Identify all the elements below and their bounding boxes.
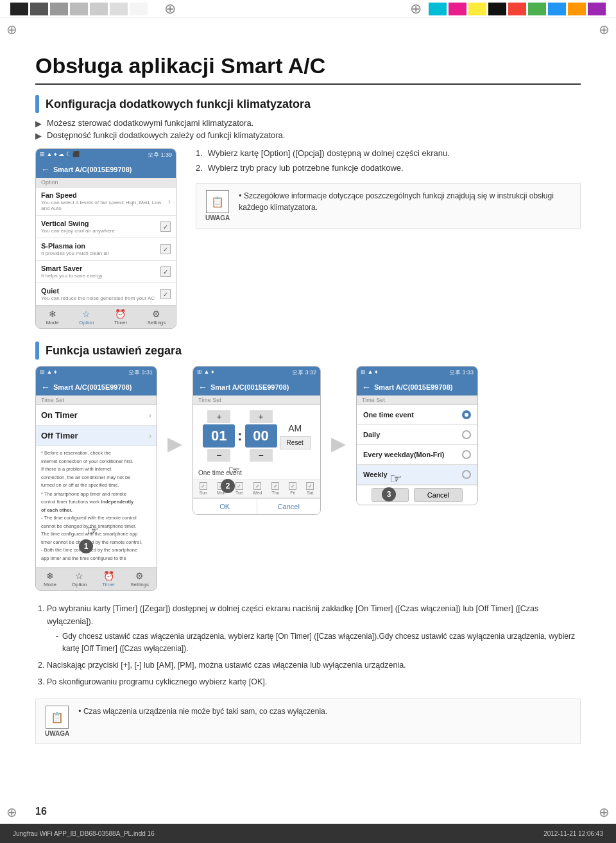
bottom-mode-label: Mode [46,320,59,326]
back-arrow-icon[interactable]: ← [41,164,50,175]
ampm-value[interactable]: AM [288,423,302,433]
color-swatch-white [130,3,148,15]
phone-item-ss-desc: It helps you to save energy [41,273,160,279]
phone-item-quiet[interactable]: Quiet You can reduce the noise generated… [36,283,176,306]
section1-heading: Konfiguracja dodatkowych funkcji klimaty… [35,95,581,113]
instruction-1-text: Po wybraniu karty [Timer] ([Zegar]) dost… [47,604,538,626]
day-fri[interactable]: ✓ Fri [289,482,296,495]
timer-statusbar: ⊞ ▲ ♦ 오후 3:31 [36,367,157,379]
phone-item-vs-content: Vertical Swing You can enjoy cool air an… [41,220,160,234]
phone-item-q-desc: You can reduce the noise generated from … [41,295,160,301]
day-sat[interactable]: ✓ Sat [306,482,314,495]
phone-item-fanspeed[interactable]: Fan Speed You can select 4 levels of fan… [36,187,176,216]
timer-bottom-mode[interactable]: ❄ Mode [44,571,56,587]
bottom-mode[interactable]: ❄ Mode [46,309,59,326]
instructions-list: Po wybraniu karty [Timer] ([Zegar]) dost… [35,602,581,688]
checkmark-vs[interactable]: ✓ [160,222,171,232]
bullet-arrow-2: ▶ [35,131,42,141]
panel-arrow-2: ▶ [331,366,346,494]
hour-down-btn[interactable]: − [207,449,230,462]
on-timer-label: On Timer [41,410,78,420]
event-item-onetime[interactable]: One time event [357,405,477,425]
weekday-radio[interactable] [462,450,471,459]
bottom-instructions: Po wybraniu karty [Timer] ([Zegar]) dost… [35,602,581,688]
ep-back-icon[interactable]: ← [362,382,371,392]
tp-topbar: ← Smart A/C(0015E99708) [193,379,320,395]
color-swatch-orange [568,3,586,15]
bottom-note-symbol: 📋 [51,711,64,724]
onetime-radio[interactable] [462,410,471,419]
phone-item-smartsaver[interactable]: Smart Saver It helps you to save energy … [36,261,176,283]
timer-item-off[interactable]: Off Timer › [36,426,157,446]
timer-bottom-settings[interactable]: ⚙ Settings [130,571,149,587]
note-icon-container: 📋 UWAGA [205,190,230,222]
timer-item-on[interactable]: On Timer › [36,405,157,426]
timepicker-area: + 01 − : + 00 − AM Reset [193,405,320,467]
reg-mark-top: ⊕ [164,2,176,16]
day-thu[interactable]: ✓ Thu [271,482,279,495]
checkmark-q[interactable]: ✓ [160,289,171,299]
tp-ok-btn[interactable]: OK [193,498,257,514]
timer-note-line4: connection, the air conditioner may not … [41,474,151,482]
timer-note-line2: Internet connection of your conditioner … [41,458,151,465]
day-wed[interactable]: ✓ Wed [253,482,262,495]
panel3-wrapper: ⊞ ▲ ♦ 오후 3:33 ← Smart A/C(0015E99708) Ti… [356,366,478,505]
checkmark-sp[interactable]: ✓ [160,244,171,254]
minute-down-btn[interactable]: − [250,449,273,462]
minute-up-btn[interactable]: + [250,410,273,423]
bullet-item-2: ▶ Dostępność funkcji dodatkowych zależy … [35,130,581,141]
day-tue[interactable]: ✓ Tue [235,482,243,495]
bottom-option[interactable]: ☆ Option [79,309,94,326]
timer-note-line1: * Before a reservation, check the [41,450,151,457]
phone-item-splasma[interactable]: S-Plasma ion It provides you much clean … [36,238,176,261]
time-display: + 01 − : + 00 − AM Reset [198,410,315,462]
instruction-3-text: Po skonfigurowaniu programu cyklicznego … [47,677,267,686]
phone-item-verticalswing[interactable]: Vertical Swing You can enjoy cool air an… [36,216,176,238]
step-2-num: 2. [196,163,203,173]
ampm-reset-area: AM Reset [280,423,311,449]
hour-up-btn[interactable]: + [207,410,230,423]
tp-section-label: Time Set [193,395,320,405]
phone-item-ss-right: ✓ [160,266,171,277]
bullet-list: ▶ Możesz sterować dodatkowymi funkcjami … [35,118,581,141]
phone-item-vs-title: Vertical Swing [41,220,160,227]
event-item-daily[interactable]: Daily [357,425,477,445]
bottom-timer[interactable]: ⏰ Timer [114,309,127,326]
timer-bottom-option[interactable]: ☆ Option [72,571,87,587]
bullet-item-1: ▶ Możesz sterować dodatkowymi funkcjami … [35,118,581,128]
bottom-option-label: Option [79,320,94,326]
tp-back-icon[interactable]: ← [198,382,207,392]
tp-cancel-btn[interactable]: Cancel [257,498,321,514]
finger-cursor-3: ☞ [389,471,402,487]
step-1-text: Wybierz kartę [Option] ([Opcja]) dostępn… [208,148,450,158]
daily-radio[interactable] [462,430,471,439]
minute-spinner: + 00 − [245,410,277,462]
bottom-settings[interactable]: ⚙ Settings [147,309,166,326]
ep-cancel-btn[interactable]: Cancel [414,488,463,502]
circle-num-1: 1 [79,539,93,553]
phone-item-q-title: Quiet [41,287,160,295]
timer-icon: ⏰ [115,309,126,319]
phone-item-sp-title: S-Plasma ion [41,242,160,250]
event-phone: ⊞ ▲ ♦ 오후 3:33 ← Smart A/C(0015E99708) Ti… [356,366,478,505]
event-item-weekly[interactable]: Weekly [357,465,477,485]
t-mode-label: Mode [44,582,56,587]
event-item-weekday[interactable]: Every weekday(Mon-Fri) [357,445,477,465]
t-option-icon: ☆ [75,571,83,581]
three-panels: ⊞ ▲ ♦ 오후 3:31 ← Smart A/C(0015E99708) Ti… [35,366,581,591]
timer-section-label: Time Set [36,395,157,405]
weekly-radio[interactable] [462,470,471,479]
timer-bottom-timer[interactable]: ⏰ Timer [102,571,115,587]
color-swatch-blue [548,3,566,15]
day-sun[interactable]: ✓ Sun [200,482,207,495]
thu-label: Thu [271,491,279,495]
timer-back-icon[interactable]: ← [41,382,50,392]
bottom-note-content: • Czas włączenia urządzenia nie może być… [78,706,327,717]
checkmark-ss[interactable]: ✓ [160,266,171,277]
fri-label: Fri [290,491,295,495]
section-one-layout: ⊞ ▲ ♦ ☁ ☾ ⬛ 오후 1:39 ← Smart A/C(0015E997… [35,148,581,329]
sat-label: Sat [307,491,314,495]
reset-btn[interactable]: Reset [280,436,311,449]
note-icon: 📋 [206,190,229,213]
mode-icon: ❄ [49,309,56,319]
